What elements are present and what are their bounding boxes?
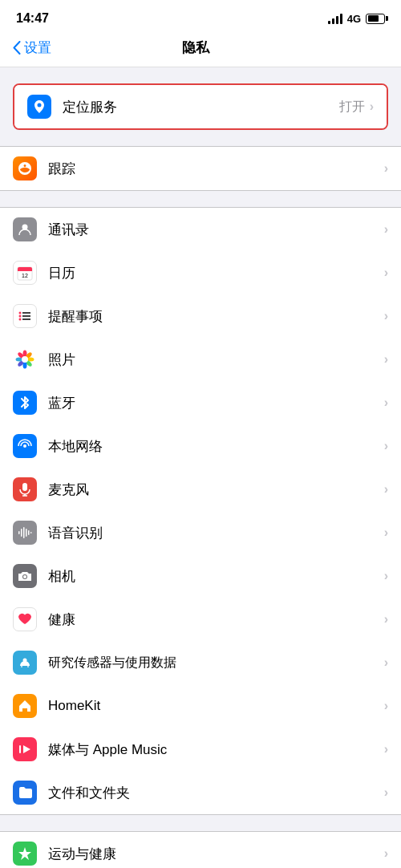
svg-point-21 (23, 444, 26, 448)
tracking-icon (13, 156, 37, 180)
svg-text:12: 12 (22, 273, 28, 278)
speech-label: 语音识别 (48, 524, 384, 542)
svg-rect-35 (19, 745, 21, 753)
back-button[interactable]: 设置 (13, 39, 51, 57)
partial-chevron-icon: › (384, 846, 388, 861)
status-bar: 14:47 4G (0, 0, 401, 32)
calendar-item[interactable]: 12 日历 › (0, 251, 401, 294)
local-network-label: 本地网络 (48, 437, 384, 456)
svg-point-7 (19, 315, 22, 318)
calendar-icon: 12 (13, 261, 37, 285)
homekit-icon (13, 694, 37, 718)
signal-icon (328, 14, 342, 24)
tracking-item[interactable]: 跟踪 › (0, 147, 401, 190)
reminders-icon (13, 304, 37, 328)
location-services-label: 定位服务 (63, 98, 339, 116)
svg-point-33 (23, 659, 27, 663)
contacts-icon (13, 217, 37, 241)
svg-point-9 (19, 318, 22, 321)
camera-label: 相机 (48, 567, 384, 586)
permissions-section: 通讯录 › 12 日历 › 提醒事项 › (0, 207, 401, 815)
bluetooth-item[interactable]: 蓝牙 › (0, 381, 401, 424)
media-label: 媒体与 Apple Music (48, 740, 384, 759)
svg-point-32 (23, 575, 26, 578)
speech-chevron-icon: › (384, 525, 388, 540)
bluetooth-chevron-icon: › (384, 395, 388, 410)
speech-icon (13, 521, 37, 545)
speech-item[interactable]: 语音识别 › (0, 511, 401, 554)
research-item[interactable]: 研究传感器与使用数据 › (0, 641, 401, 684)
status-icons: 4G (328, 13, 385, 25)
svg-rect-34 (22, 708, 27, 712)
research-label: 研究传感器与使用数据 (48, 655, 384, 671)
svg-point-5 (19, 312, 22, 314)
location-section-wrapper: 定位服务 打开 › (0, 83, 401, 130)
svg-rect-25 (18, 531, 20, 534)
bluetooth-icon (13, 391, 37, 415)
svg-rect-28 (26, 529, 27, 537)
back-label: 设置 (24, 39, 51, 57)
media-chevron-icon: › (384, 742, 388, 756)
files-label: 文件和文件夹 (48, 784, 384, 802)
battery-icon (366, 14, 385, 24)
svg-rect-26 (21, 529, 22, 537)
photos-label: 照片 (48, 351, 384, 369)
location-services-item[interactable]: 定位服务 打开 › (14, 85, 387, 128)
tracking-label: 跟踪 (48, 160, 384, 178)
location-highlighted-section: 定位服务 打开 › (13, 83, 388, 130)
partial-label: 运动与健康 (48, 845, 384, 863)
local-network-chevron-icon: › (384, 439, 388, 453)
files-item[interactable]: 文件和文件夹 › (0, 771, 401, 814)
tracking-chevron-icon: › (384, 161, 388, 176)
svg-rect-22 (22, 483, 27, 491)
svg-rect-3 (18, 270, 32, 271)
calendar-label: 日历 (48, 264, 384, 282)
svg-rect-27 (23, 527, 25, 538)
network-type: 4G (347, 13, 361, 25)
microphone-icon (13, 477, 37, 501)
contacts-chevron-icon: › (384, 222, 388, 237)
camera-chevron-icon: › (384, 569, 388, 583)
nav-bar: 设置 隐私 (0, 32, 401, 67)
svg-rect-29 (28, 530, 30, 535)
microphone-item[interactable]: 麦克风 › (0, 468, 401, 511)
files-icon (13, 781, 37, 805)
local-network-icon (13, 434, 37, 458)
bottom-partial-item[interactable]: 运动与健康 › (0, 832, 401, 868)
health-icon (13, 607, 37, 631)
bottom-partial-section: 运动与健康 › (0, 831, 401, 868)
contacts-item[interactable]: 通讯录 › (0, 208, 401, 251)
research-icon (13, 651, 37, 675)
microphone-label: 麦克风 (48, 481, 384, 499)
bluetooth-label: 蓝牙 (48, 394, 384, 412)
research-chevron-icon: › (384, 655, 388, 670)
calendar-chevron-icon: › (384, 266, 388, 280)
svg-point-20 (22, 356, 28, 363)
files-chevron-icon: › (384, 785, 388, 800)
partial-icon (13, 842, 37, 866)
camera-icon (13, 564, 37, 588)
homekit-label: HomeKit (48, 698, 384, 714)
location-icon (27, 95, 51, 119)
chevron-left-icon (13, 41, 21, 55)
reminders-item[interactable]: 提醒事项 › (0, 294, 401, 338)
health-item[interactable]: 健康 › (0, 598, 401, 641)
location-chevron-icon: › (370, 99, 374, 114)
reminders-chevron-icon: › (384, 309, 388, 323)
reminders-label: 提醒事项 (48, 307, 384, 326)
health-chevron-icon: › (384, 612, 388, 627)
contacts-label: 通讯录 (48, 221, 384, 239)
tracking-section: 跟踪 › (0, 146, 401, 191)
photos-icon (13, 347, 37, 371)
local-network-item[interactable]: 本地网络 › (0, 424, 401, 468)
camera-item[interactable]: 相机 › (0, 554, 401, 598)
media-icon (13, 737, 37, 761)
microphone-chevron-icon: › (384, 482, 388, 497)
media-item[interactable]: 媒体与 Apple Music › (0, 728, 401, 771)
photos-item[interactable]: 照片 › (0, 338, 401, 381)
location-services-value: 打开 (339, 99, 365, 116)
page-title: 隐私 (182, 39, 209, 57)
svg-rect-30 (30, 532, 32, 533)
homekit-chevron-icon: › (384, 699, 388, 713)
homekit-item[interactable]: HomeKit › (0, 684, 401, 728)
